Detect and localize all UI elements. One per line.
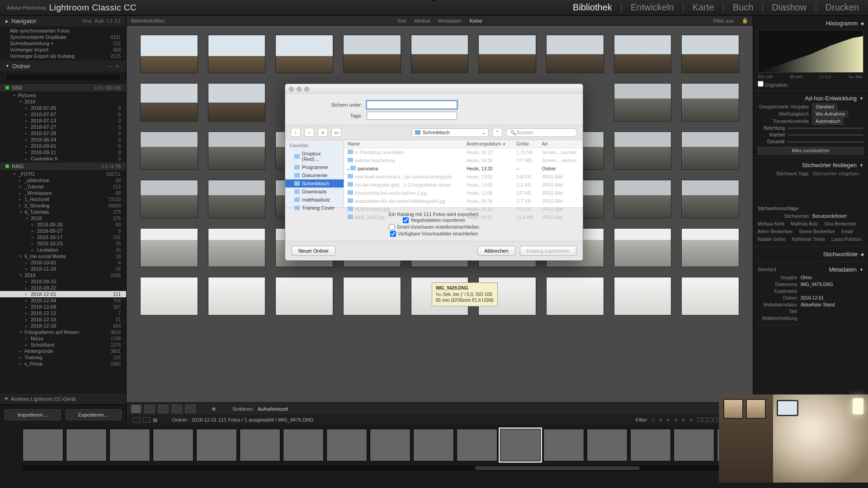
exposure-slider[interactable] xyxy=(788,127,863,129)
filmstrip-thumbnail[interactable] xyxy=(196,429,237,461)
filmstrip-thumbnail[interactable] xyxy=(587,429,627,461)
keyword-input[interactable] xyxy=(758,177,863,204)
close-dot[interactable] xyxy=(289,87,294,92)
keyword-suggestion[interactable]: Sanne Benkertser xyxy=(799,229,835,234)
folder-item[interactable]: ▸2018-07-050 xyxy=(0,105,126,111)
thumbnail[interactable] xyxy=(614,277,672,315)
thumbnail[interactable] xyxy=(140,83,198,122)
reset-button[interactable]: Alles zurücksetzen xyxy=(758,147,863,155)
filmstrip-thumbnail[interactable] xyxy=(500,429,541,461)
sidebar-item[interactable]: Programme xyxy=(285,163,344,171)
module-drucken[interactable]: Drucken xyxy=(826,2,859,13)
survey-view-button[interactable] xyxy=(172,405,182,413)
folder-item[interactable]: ▸Schottland2175 xyxy=(0,342,126,348)
file-row[interactable]: fotoshooting-bei-nacht-fashion-2.jpgHeut… xyxy=(344,189,583,197)
group-button[interactable]: ▭ xyxy=(331,128,341,137)
file-row[interactable]: in Photoshop bearbeitenHeute, 16:121,76 … xyxy=(344,148,583,157)
folder-item[interactable]: ▸2018-09-110 xyxy=(0,149,126,155)
keyword-suggestion[interactable]: Laura Polizkon xyxy=(831,237,861,242)
folder-item[interactable]: ▸Nizza1739 xyxy=(0,335,126,342)
collection-item[interactable]: Schnellsammlung +212 xyxy=(0,40,126,47)
thumbnail[interactable] xyxy=(208,277,266,315)
folder-item[interactable]: ▸2018-09-15 xyxy=(0,278,126,285)
thumbnail[interactable] xyxy=(614,180,672,218)
filmstrip-thumbnail[interactable] xyxy=(413,429,454,461)
file-row[interactable]: next-level-panorama-d…der-panoramafotogr… xyxy=(344,173,583,181)
module-bibliothek[interactable]: Bibliothek xyxy=(573,2,612,13)
keyword-suggestion[interactable]: Sina Benkertser xyxy=(825,221,857,226)
filmstrip-thumbnail[interactable] xyxy=(370,429,410,461)
new-folder-button[interactable]: Neuer Ordner xyxy=(292,246,335,256)
folder-item[interactable]: ▸2_Shooting16680 xyxy=(0,202,126,209)
folder-item[interactable]: ▸2018-12-08187 xyxy=(0,304,126,310)
sidebar-item[interactable]: matthiasbutz xyxy=(285,196,344,204)
save-as-input[interactable] xyxy=(367,101,457,109)
folder-item[interactable]: ▼4_Tutorials275 xyxy=(0,209,126,215)
thumbnail[interactable] xyxy=(208,131,266,170)
module-entwickeln[interactable]: Entwickeln xyxy=(631,2,674,13)
thumbnail[interactable] xyxy=(614,35,672,73)
min-dot[interactable] xyxy=(297,87,302,92)
notch-handle[interactable] xyxy=(431,0,437,3)
thumbnail[interactable] xyxy=(681,277,739,315)
sidebar-item[interactable]: Dropbox (Red)… xyxy=(285,150,344,163)
thumbnail[interactable] xyxy=(614,228,672,267)
folder-item[interactable]: ▸_slideshow69 xyxy=(0,177,126,183)
thumbnail[interactable] xyxy=(614,83,672,122)
folder-item[interactable]: ▸2018-12-1521 xyxy=(0,316,126,323)
keyword-suggestion[interactable]: Email xyxy=(841,229,853,234)
thumbnail[interactable] xyxy=(681,228,739,267)
folder-item[interactable]: ▸2018-07-070 xyxy=(0,111,126,117)
folder-item[interactable]: ▼_FOTO100711 xyxy=(0,171,126,177)
collection-item[interactable]: Vorheriger Export als Katalog2175 xyxy=(0,53,126,59)
fwd-button[interactable]: › xyxy=(304,128,314,137)
opt-previews[interactable] xyxy=(390,231,396,237)
thumbnail[interactable] xyxy=(275,277,333,315)
flag-icon[interactable]: ⚐ xyxy=(651,417,656,423)
folder-item[interactable]: ▼5_me social Media18 xyxy=(0,253,126,259)
keyword-suggestion[interactable]: Kathtrene Treise xyxy=(792,237,825,242)
folder-item[interactable]: ▸1_Hochzeit72132 xyxy=(0,196,126,202)
file-row[interactable]: ▸ panoramaHeute, 13:20--Ordner xyxy=(344,164,583,173)
thumbnail[interactable] xyxy=(140,35,198,73)
folder-item[interactable]: ▸2018-09-273 xyxy=(0,228,126,234)
thumbnail[interactable] xyxy=(140,180,198,218)
nav-r1[interactable]: 1:1 xyxy=(107,19,113,23)
folder-item[interactable]: ▸2018-07-130 xyxy=(0,117,126,124)
clarity-slider[interactable] xyxy=(788,134,863,136)
keyword-suggestion[interactable]: Matthias Butz xyxy=(791,221,818,226)
thumbnail[interactable] xyxy=(614,131,672,170)
folder-item[interactable]: ▸2018-10-17131 xyxy=(0,234,126,240)
export-catalog-button[interactable]: Katalog exportieren xyxy=(520,246,576,256)
thumbnail[interactable] xyxy=(546,35,604,73)
filmstrip-thumbnail[interactable] xyxy=(543,429,584,461)
rating-stars[interactable]: ★ ★ ★ ★ ★ xyxy=(658,417,694,423)
filter-none[interactable]: Keine xyxy=(470,18,482,23)
folder-item[interactable]: ▸2018-12-16583 xyxy=(0,323,126,329)
collection-item[interactable]: Synchronisierte Duplikate6191 xyxy=(0,34,126,40)
navigator-header[interactable]: ▶ Navigator Einp. Ausf. 1:1 3:1 xyxy=(0,16,126,26)
col-name[interactable]: Name xyxy=(344,140,463,148)
keyword-suggestion[interactable]: Natalie Grebe xyxy=(758,237,786,242)
folder-item[interactable]: ▼Fotografieren auf Reisen3914 xyxy=(0,329,126,335)
filmstrip-thumbnail[interactable] xyxy=(326,429,367,461)
filmstrip-thumbnail[interactable] xyxy=(283,429,324,461)
col-kind[interactable]: Art xyxy=(538,140,583,148)
zoom-dot[interactable] xyxy=(304,87,309,92)
folder-item[interactable]: ▸2018-12-04718 xyxy=(0,297,126,304)
expand-button[interactable]: ⌃ xyxy=(492,128,502,137)
file-row[interactable]: mit-der-fotografie-geld…h-2-fotografiere… xyxy=(344,181,583,189)
filter-attr[interactable]: Attribut xyxy=(414,18,430,23)
file-list[interactable]: Name Änderungsdatum ▼ Größe Art in Photo… xyxy=(344,140,583,207)
thumbnail[interactable] xyxy=(208,35,266,73)
folder-item[interactable]: ▸2018-11-2814 xyxy=(0,266,126,272)
export-button[interactable]: Exportieren… xyxy=(66,409,122,420)
keyword-suggestion[interactable]: Melissa Kiehl xyxy=(758,221,784,226)
folder-item[interactable]: ▸2018-10-014 xyxy=(0,259,126,266)
second-monitor-icon[interactable] xyxy=(143,417,150,422)
tone-button[interactable]: Automatisch xyxy=(812,118,844,125)
thumbnail[interactable] xyxy=(411,35,469,73)
opt-smart-previews[interactable] xyxy=(389,224,395,230)
thumbnail[interactable] xyxy=(140,277,198,315)
filmstrip-thumbnail[interactable] xyxy=(240,429,280,461)
